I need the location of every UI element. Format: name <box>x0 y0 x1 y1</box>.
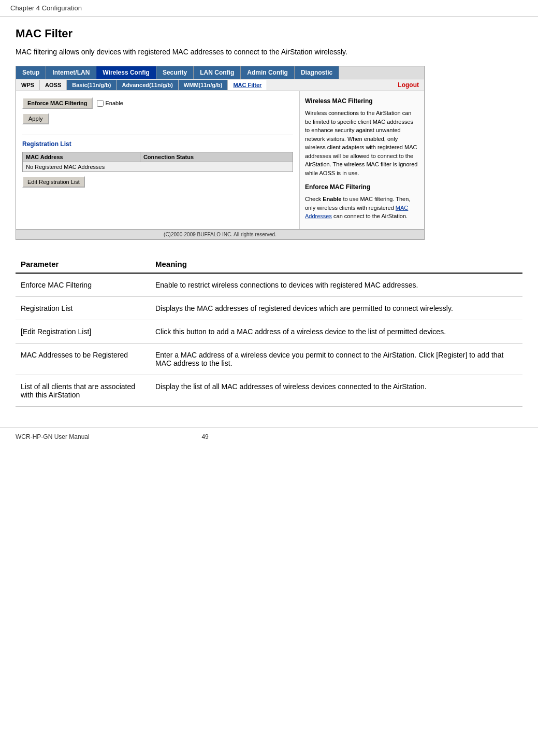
right-heading-2: Enforce MAC Filtering <box>305 182 419 192</box>
meaning-registration-list: Displays the MAC addresses of registered… <box>150 296 522 320</box>
registration-title: Registration List <box>22 140 293 148</box>
page-number: 49 <box>201 433 208 440</box>
table-row: [Edit Registration List] Click this butt… <box>16 320 522 343</box>
param-edit-reg-list: [Edit Registration List] <box>16 320 150 343</box>
edit-registration-button[interactable]: Edit Registration List <box>22 176 85 188</box>
mac-addresses-link[interactable]: MAC Addresses <box>305 205 408 220</box>
enable-checkbox-row: Enable <box>97 100 123 107</box>
sub-nav-wps[interactable]: WPS <box>16 80 40 90</box>
enable-checkbox[interactable] <box>97 100 104 107</box>
nav-lan-config[interactable]: LAN Config <box>194 66 241 79</box>
nav-setup[interactable]: Setup <box>16 66 46 79</box>
meaning-mac-to-register: Enter a MAC address of a wireless device… <box>150 343 522 375</box>
mac-address-header: MAC Address <box>23 152 140 162</box>
divider <box>22 135 293 135</box>
router-right-panel: Wireless MAC Filtering Wireless connecti… <box>300 91 424 229</box>
sub-nav-advanced[interactable]: Advanced(11n/g/b) <box>117 80 178 90</box>
main-content: MAC Filter MAC filtering allows only dev… <box>0 17 538 417</box>
no-entries-cell: No Registered MAC Addresses <box>23 162 293 172</box>
page-description: MAC filtering allows only devices with r… <box>16 47 522 58</box>
nav-diagnostic[interactable]: Diagnostic <box>295 66 339 79</box>
param-enforce-mac: Enforce MAC Filtering <box>16 273 150 297</box>
param-list-all-clients: List of all clients that are associated … <box>16 375 150 406</box>
param-mac-to-register: MAC Addresses to be Registered <box>16 343 150 375</box>
nav-internet-lan[interactable]: Internet/LAN <box>46 66 96 79</box>
sub-nav: WPS AOSS Basic(11n/g/b) Advanced(11n/g/b… <box>16 79 424 91</box>
meaning-col-header: Meaning <box>150 255 522 273</box>
right-heading-1: Wireless MAC Filtering <box>305 96 419 106</box>
router-ui: Setup Internet/LAN Wireless Config Secur… <box>16 66 425 240</box>
nav-bar: Setup Internet/LAN Wireless Config Secur… <box>16 66 424 79</box>
bottom-footer: WCR-HP-GN User Manual 49 <box>0 427 538 446</box>
chapter-header-text: Chapter 4 Configuration <box>10 4 82 12</box>
parameter-table: Parameter Meaning Enforce MAC Filtering … <box>16 255 522 407</box>
chapter-header: Chapter 4 Configuration <box>0 0 538 17</box>
enable-label: Enable <box>106 100 123 106</box>
sub-nav-wmm[interactable]: WMM(11n/g/b) <box>179 80 228 90</box>
right-text-2: Check Enable to use MAC filtering. Then,… <box>305 195 419 221</box>
param-table-header-row: Parameter Meaning <box>16 255 522 273</box>
sub-nav-basic[interactable]: Basic(11n/g/b) <box>67 80 117 90</box>
router-content: Enforce MAC Filtering Enable Apply Regis… <box>16 91 424 229</box>
router-footer: (C)2000-2009 BUFFALO INC. All rights res… <box>16 229 424 239</box>
table-row: No Registered MAC Addresses <box>23 162 293 172</box>
router-left-panel: Enforce MAC Filtering Enable Apply Regis… <box>16 91 300 229</box>
nav-security[interactable]: Security <box>156 66 194 79</box>
table-row: MAC Addresses to be Registered Enter a M… <box>16 343 522 375</box>
enforce-mac-row: Enforce MAC Filtering Enable <box>22 97 293 109</box>
sub-nav-mac-filter[interactable]: MAC Filter <box>228 80 267 90</box>
footer-manual-label: WCR-HP-GN User Manual <box>16 433 90 440</box>
mac-address-table: MAC Address Connection Status No Registe… <box>22 152 293 172</box>
param-col-header: Parameter <box>16 255 150 273</box>
table-row: Registration List Displays the MAC addre… <box>16 296 522 320</box>
connection-status-header: Connection Status <box>140 152 293 162</box>
table-row: Enforce MAC Filtering Enable to restrict… <box>16 273 522 297</box>
apply-button[interactable]: Apply <box>22 113 49 124</box>
nav-wireless-config[interactable]: Wireless Config <box>96 66 156 79</box>
param-registration-list: Registration List <box>16 296 150 320</box>
logout-button[interactable]: Logout <box>392 79 424 91</box>
sub-nav-aoss[interactable]: AOSS <box>40 80 67 90</box>
nav-admin-config[interactable]: Admin Config <box>241 66 295 79</box>
table-row: List of all clients that are associated … <box>16 375 522 406</box>
meaning-enforce-mac: Enable to restrict wireless connections … <box>150 273 522 297</box>
meaning-list-all-clients: Display the list of all MAC addresses of… <box>150 375 522 406</box>
enable-bold: Enable <box>323 196 341 202</box>
enforce-mac-button[interactable]: Enforce MAC Filtering <box>22 97 93 109</box>
right-text-1: Wireless connections to the AirStation c… <box>305 109 419 177</box>
page-title: MAC Filter <box>16 27 522 40</box>
meaning-edit-reg-list: Click this button to add a MAC address o… <box>150 320 522 343</box>
